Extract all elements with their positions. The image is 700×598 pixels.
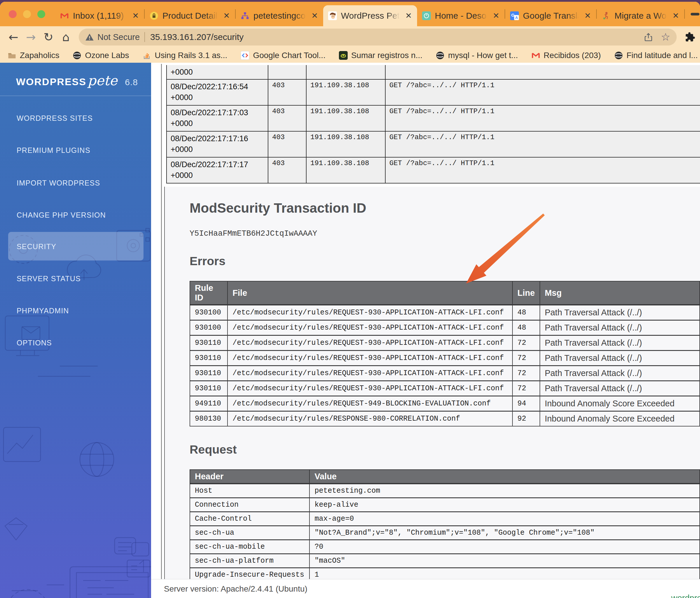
sidebar-item-change-php-version[interactable]: CHANGE PHP VERSION	[17, 211, 106, 219]
wordpress-link-fragment[interactable]: wordpre	[671, 593, 700, 598]
bookmark-using-rails[interactable]: Using Rails 3.1 as...	[142, 51, 227, 60]
sidebar-item-premium-plugins[interactable]: PREMIUM PLUGINS	[17, 146, 91, 155]
bookmark-star-icon[interactable]: ☆	[661, 32, 670, 42]
browser-toolbar: ← → ↻ ⌂ Not Secure 35.193.161.207/securi…	[0, 26, 700, 48]
zoom-window-button[interactable]	[38, 10, 45, 18]
warning-triangle-icon	[85, 33, 94, 42]
url-text[interactable]: 35.193.161.207/security	[150, 32, 636, 42]
home-teal-icon	[422, 11, 431, 20]
address-divider	[144, 32, 145, 42]
reload-icon[interactable]: ↻	[40, 31, 57, 43]
close-icon[interactable]: ✕	[131, 11, 140, 20]
bookmark-ozone-labs[interactable]: Ozone Labs	[73, 51, 129, 60]
sidebar-item-security-label: SECURITY	[17, 242, 56, 251]
address-bar[interactable]: Not Secure 35.193.161.207/security ☆	[79, 29, 677, 46]
tab-title: WordPress Pete	[341, 11, 401, 21]
tab-inbox[interactable]: Inbox (1,119) - p ✕	[55, 5, 144, 26]
table-row: sec-ch-ua-platform"macOS"	[190, 554, 700, 568]
sidebar-item-import-wordpress[interactable]: IMPORT WORDPRESS	[17, 179, 100, 187]
table-row: sec-ch-ua-mobile?0	[190, 540, 700, 554]
svg-text:G: G	[511, 13, 515, 18]
table-header-row: Header Value	[190, 470, 700, 484]
sidebar-illustration	[0, 63, 151, 598]
transaction-id: Y5IcHaaFMmETB6H2JCtqIwAAAAY	[190, 229, 700, 238]
content-left-border	[161, 64, 162, 579]
table-row: sec-ch-ua"Not?A_Brand";v="8", "Chromium"…	[190, 526, 700, 540]
request-headers-table: Header Value Hostpetetesting.com Connect…	[190, 469, 700, 579]
bookmark-google-chart[interactable]: Google Chart Tool...	[241, 51, 325, 60]
modsecurity-heading: ModSecurity Transaction ID	[190, 200, 700, 216]
logo-script: pete	[88, 73, 117, 89]
table-row: 949110/etc/modsecurity/rules/REQUEST-949…	[190, 396, 700, 411]
tab-home-desodo[interactable]: Home - Desodo ✕	[417, 5, 505, 26]
sidebar-item-wordpress-sites[interactable]: WORDPRESS SITES	[17, 114, 93, 123]
globe-icon	[73, 51, 81, 60]
back-icon[interactable]: ←	[5, 31, 22, 43]
table-row: 930110/etc/modsecurity/rules/REQUEST-930…	[190, 335, 700, 351]
bookmark-zapaholics[interactable]: Zapaholics	[7, 51, 59, 60]
tab-petetestingcom[interactable]: petetestingcom ✕	[236, 5, 323, 26]
table-row: 930100/etc/modsecurity/rules/REQUEST-930…	[190, 320, 700, 335]
tab-title: Migrate a WordP	[615, 11, 668, 21]
bookmark-sumar-registros[interactable]: Sumar registros n...	[339, 51, 422, 60]
partial-tab-edge	[691, 13, 699, 16]
gmail-icon	[60, 11, 69, 20]
tab-divider	[684, 9, 685, 19]
tab-wordpress-pete-active[interactable]: WordPress Pete ✕	[323, 5, 417, 26]
close-window-button[interactable]	[9, 10, 17, 18]
home-icon[interactable]: ⌂	[57, 31, 75, 43]
bookmark-recibidos[interactable]: Recibidos (203)	[531, 51, 601, 60]
window-controls	[5, 10, 55, 18]
sidebar-item-security-active[interactable]: SECURITY	[8, 232, 144, 260]
share-icon[interactable]	[644, 32, 653, 42]
table-row: 930110/etc/modsecurity/rules/REQUEST-930…	[190, 351, 700, 366]
stackoverflow-icon	[142, 51, 151, 60]
person-icon	[601, 11, 611, 20]
forward-icon[interactable]: →	[22, 31, 40, 43]
security-status-label: Not Secure	[97, 32, 140, 42]
close-icon[interactable]: ✕	[584, 11, 592, 20]
table-row: 08/Dec/2022:17:17:17+0000 403 191.109.38…	[167, 157, 700, 183]
globe-icon	[436, 51, 445, 60]
server-info-footer: Server version: Apache/2.4.41 (Ubuntu) m…	[151, 579, 700, 598]
tab-google-translate[interactable]: GA Google Translat ✕	[505, 5, 596, 26]
lock-badge-icon	[149, 11, 159, 20]
minimize-window-button[interactable]	[23, 10, 31, 18]
logo-version: 6.8	[125, 77, 138, 87]
sidebar-divider	[0, 96, 151, 96]
table-row: Cache-Controlmax-age=0	[190, 512, 700, 526]
errors-table: Rule ID File Line Msg 930100/etc/modsecu…	[190, 281, 700, 426]
logo-word: WORDPRESS	[16, 76, 86, 88]
close-icon[interactable]: ✕	[310, 11, 319, 20]
request-heading: Request	[190, 443, 700, 456]
pete-avatar-icon	[328, 11, 337, 20]
modsecurity-panel: ModSecurity Transaction ID Y5IcHaaFMmETB…	[164, 187, 700, 579]
sidebar-item-phpmyadmin[interactable]: PHPMYADMIN	[17, 306, 69, 315]
access-log-table: +0000 08/Dec/2022:17:16:54+0000 403 191.…	[166, 65, 700, 183]
main-content: +0000 08/Dec/2022:17:16:54+0000 403 191.…	[151, 63, 700, 598]
google-translate-icon: GA	[510, 11, 519, 20]
close-icon[interactable]: ✕	[492, 11, 500, 20]
screenshot-root: Inbox (1,119) - p ✕ Product Details ✕ pe…	[0, 0, 700, 598]
extensions-puzzle-icon[interactable]	[685, 32, 695, 42]
server-version-text: Server version: Apache/2.4.41 (Ubuntu)	[164, 584, 700, 594]
dark-badge-icon	[339, 51, 348, 60]
sitemap-icon	[240, 11, 250, 20]
table-header-row: Rule ID File Line Msg	[190, 281, 700, 305]
table-row: Connectionkeep-alive	[190, 498, 700, 512]
close-icon[interactable]: ✕	[672, 11, 680, 20]
tab-product-details[interactable]: Product Details ✕	[145, 5, 235, 26]
bookmark-mysql-how-get[interactable]: mysql - How get t...	[436, 51, 518, 60]
close-icon[interactable]: ✕	[404, 11, 412, 20]
tab-migrate-wordpress[interactable]: Migrate a WordP ✕	[597, 5, 684, 26]
google-chart-icon	[241, 51, 249, 60]
table-row: 980130/etc/modsecurity/rules/RESPONSE-98…	[190, 411, 700, 426]
close-icon[interactable]: ✕	[223, 11, 230, 20]
table-row: 930110/etc/modsecurity/rules/REQUEST-930…	[190, 366, 700, 381]
sidebar-item-options[interactable]: OPTIONS	[17, 339, 52, 347]
bookmark-find-latitude[interactable]: Find latitude and l...	[614, 51, 698, 60]
folder-icon	[7, 51, 16, 60]
table-row: 930110/etc/modsecurity/rules/REQUEST-930…	[190, 381, 700, 396]
sidebar-item-server-status[interactable]: SERVER STATUS	[17, 274, 81, 283]
browser-window: Inbox (1,119) - p ✕ Product Details ✕ pe…	[0, 2, 700, 598]
